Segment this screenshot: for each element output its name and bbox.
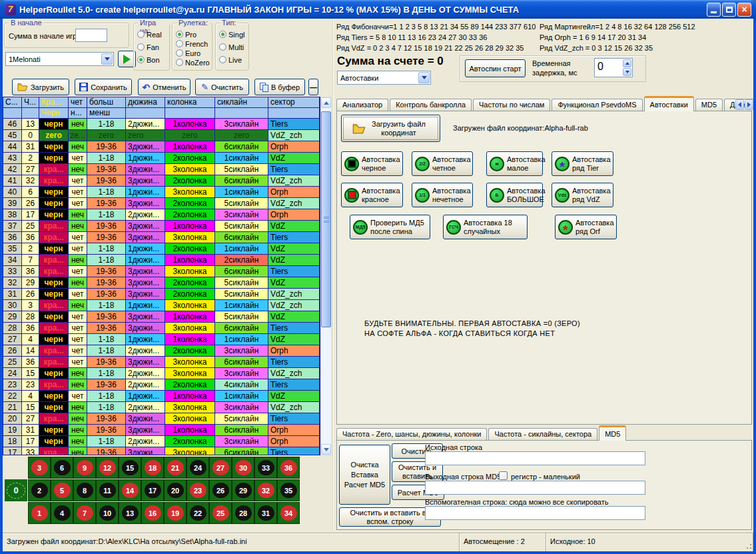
table-row[interactable]: 23 23 кра... неч 19-36 2дюжи... 2колонка…	[3, 379, 320, 390]
table-row[interactable]: 43 2 черн чет 1-18 1дюжи... 2колонка 1си…	[3, 153, 320, 163]
autobet-button[interactable]: Автоставка черное	[341, 151, 403, 176]
load-coords-file-button[interactable]: Загрузить файл координат	[341, 115, 440, 142]
minimize-button[interactable]	[707, 3, 721, 17]
main-tab[interactable]: MD5	[695, 99, 723, 111]
table-row[interactable]: 44 31 черн неч 19-36 3дюжи... 1колонка 6…	[3, 141, 320, 152]
roulette-number[interactable]: 25	[210, 503, 231, 523]
roulette-number[interactable]: 24	[187, 457, 208, 478]
title-bar[interactable]: 7 HelperRoullet 5.0- create helperroulle…	[0, 0, 756, 19]
table-row[interactable]: 30 3 кра... неч 1-18 1дюжи... 3колонка 1…	[3, 300, 320, 311]
table-row[interactable]: 27 4 черн чет 1-18 1дюжи... 1колонка 1си…	[3, 334, 320, 345]
roulette-number[interactable]: 8	[74, 480, 95, 501]
table-row[interactable]: 38 17 черн неч 1-18 2дюжи... 2колонка 3с…	[3, 209, 320, 220]
table-row[interactable]: 31 26 черн чет 19-36 3дюжи... 2колонка 5…	[3, 289, 320, 299]
autobet-random18-button[interactable]: ГСЧ Автоставка 18 случайных	[443, 215, 528, 239]
roulette-number[interactable]: 11	[97, 480, 118, 501]
table-row[interactable]: 26 14 кра... чет 1-18 2дюжи... 2колонка …	[3, 345, 320, 356]
table-row[interactable]: 21 15 черн неч 1-18 2дюжи... 3колонка 3с…	[3, 402, 320, 413]
load-button[interactable]: Загрузить	[12, 79, 69, 95]
table-row[interactable]: 37 25 кра... неч 19-36 3дюжи... 1колонка…	[3, 221, 320, 231]
roulette-number[interactable]: 12	[97, 457, 118, 478]
roulette-number[interactable]: 23	[187, 480, 208, 501]
radio-option[interactable]: Fan	[137, 43, 162, 51]
roulette-number[interactable]: 33	[255, 457, 276, 478]
roulette-number[interactable]: 27	[210, 457, 231, 478]
bottom-tab[interactable]: Частота - Zero, шансы, дюжины, колонки	[336, 428, 487, 441]
close-button[interactable]: ×	[737, 3, 751, 17]
start-sum-input[interactable]	[75, 29, 107, 42]
chevron-down-icon[interactable]	[418, 72, 430, 83]
scroll-up-icon[interactable]	[321, 97, 331, 108]
table-scrollbar[interactable]	[320, 97, 332, 455]
roulette-number[interactable]: 29	[232, 480, 254, 501]
resize-grip[interactable]	[744, 541, 752, 549]
roulette-number[interactable]: 7	[74, 503, 95, 523]
table-row[interactable]: 34 7 кра... неч 1-18 1дюжи... 1колонка 2…	[3, 255, 320, 265]
table-row[interactable]: 35 2 черн чет 1-18 1дюжи... 2колонка 1си…	[3, 243, 320, 254]
table-row[interactable]: 22 4 черн чет 1-18 1дюжи... 1колонка 1си…	[3, 391, 320, 401]
roulette-number[interactable]: 35	[278, 480, 299, 501]
tab-scroll-left-icon[interactable]	[735, 99, 744, 110]
roulette-number[interactable]: 28	[232, 503, 254, 523]
autobet-button[interactable]: Б Автоставка БОЛЬШОЕ	[486, 183, 543, 207]
collapse-button[interactable]: —	[308, 79, 318, 95]
main-tab[interactable]: Функционал PsevdoMS	[552, 99, 642, 111]
roulette-number[interactable]: 1	[29, 503, 50, 523]
bottom-tab[interactable]: Частота - сиклайны, сектора	[488, 428, 597, 441]
table-row[interactable]: 45 0 zero ze... zero zero zero zero VdZ_…	[3, 130, 320, 141]
radio-option[interactable]: French	[176, 39, 210, 48]
roulette-number[interactable]: 32	[255, 480, 276, 501]
roulette-number[interactable]: 20	[165, 480, 186, 501]
chevron-down-icon[interactable]	[101, 53, 113, 65]
table-row[interactable]: 29 28 черн чет 19-36 3дюжи... 1колонка 5…	[3, 311, 320, 322]
roulette-number[interactable]: 36	[278, 457, 299, 478]
roulette-number[interactable]: 26	[210, 480, 231, 501]
autobet-button[interactable]: * Автоставка ряд Tier	[552, 151, 613, 176]
radio-option[interactable]: Singl	[219, 30, 244, 39]
roulette-number[interactable]: 4	[51, 503, 73, 523]
table-row[interactable]: 25 36 кра... чет 19-36 3дюжи... 3колонка…	[3, 357, 320, 367]
table-row[interactable]: 46 13 черн неч 1-18 2дюжи... 1колонка 3с…	[3, 119, 320, 129]
table-row[interactable]: 36 36 кра... чет 19-36 3дюжи... 3колонка…	[3, 232, 320, 243]
undo-button[interactable]: ↶ Отменить	[138, 79, 190, 95]
roulette-number[interactable]: 14	[119, 480, 141, 501]
clear-button[interactable]: ✎ Очистить	[195, 79, 249, 95]
autobet-button[interactable]: Vdz Автоставка ряд VdZ	[552, 183, 613, 207]
scrollbar-thumb[interactable]	[321, 111, 331, 327]
autospin-start-button[interactable]: Автоспин старт	[465, 59, 526, 77]
table-row[interactable]: 32 29 черн неч 19-36 3дюжи... 2колонка 5…	[3, 277, 320, 288]
table-row[interactable]: 40 6 черн чет 1-18 1дюжи... 3колонка 1си…	[3, 187, 320, 197]
roulette-zero[interactable]: 0	[5, 479, 27, 501]
table-row[interactable]: 24 15 черн неч 1-18 2дюжи... 3колонка 3с…	[3, 368, 320, 379]
spin-down-icon[interactable]	[623, 68, 631, 76]
roulette-number[interactable]: 19	[165, 503, 186, 523]
source-string-input[interactable]	[425, 451, 645, 465]
autobet-button[interactable]: 2/2 Автоставка четное	[412, 151, 473, 176]
radio-option[interactable]: NoZero	[176, 58, 210, 67]
aux-string-input[interactable]	[425, 506, 645, 520]
bottom-tab[interactable]: MD5	[599, 425, 626, 441]
output-string-input[interactable]	[425, 481, 645, 495]
main-tab[interactable]: Контроль банкролла	[390, 99, 472, 111]
radio-option[interactable]: Euro	[176, 49, 210, 57]
spin-up-icon[interactable]	[623, 59, 631, 67]
table-row[interactable]: 39 26 черн чет 19-36 3дюжи... 2колонка 5…	[3, 198, 320, 209]
roulette-number[interactable]: 2	[29, 480, 50, 501]
roulette-number[interactable]: 6	[51, 457, 73, 478]
mode-dropdown[interactable]: Автоставки	[337, 71, 431, 85]
table-row[interactable]: 20 27 кра... неч 19-36 3дюжи... 3колонка…	[3, 413, 320, 424]
roulette-number[interactable]: 18	[142, 457, 163, 478]
roulette-number[interactable]: 9	[74, 457, 95, 478]
roulette-number[interactable]: 22	[187, 503, 208, 523]
main-tab[interactable]: Анализатор	[336, 99, 388, 111]
roulette-number[interactable]: 10	[97, 503, 118, 523]
radio-option[interactable]: Multi	[219, 43, 244, 51]
table-row[interactable]: 17 33 кра... неч 19-36 3дюжи... 3колонка…	[3, 447, 320, 455]
table-row[interactable]: 42 27 кра... неч 19-36 3дюжи... 3колонка…	[3, 164, 320, 175]
md5-all-button[interactable]: Очистка Вставка Расчет MD5	[339, 445, 390, 505]
check-md5-button[interactable]: МД5 Проверить МД5 после спина	[350, 215, 430, 239]
radio-option[interactable]: Bon	[137, 55, 162, 64]
scroll-down-icon[interactable]	[321, 444, 331, 455]
autobet-button[interactable]: 1/1 Автоставка нечетное	[412, 183, 473, 207]
save-button[interactable]: Сохранить	[75, 79, 132, 95]
